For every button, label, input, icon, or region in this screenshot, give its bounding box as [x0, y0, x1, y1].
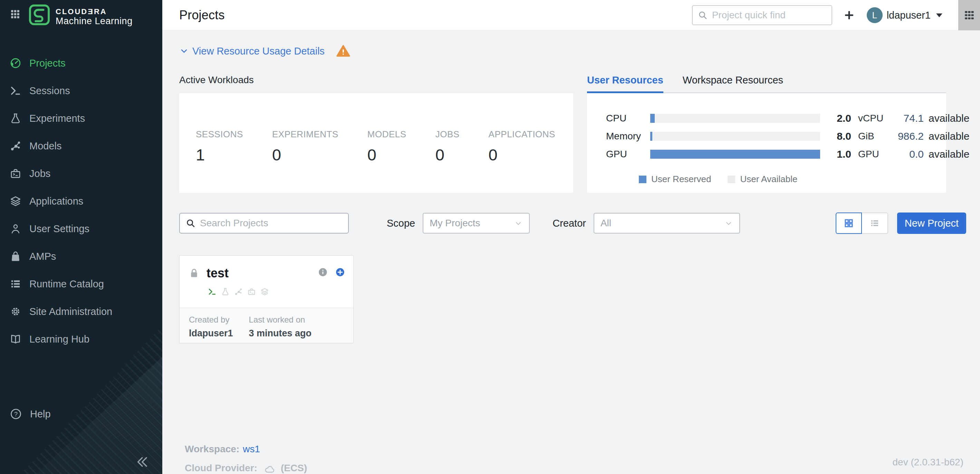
project-title: test [207, 266, 229, 281]
cloud-provider-label: Cloud Provider: [185, 463, 257, 474]
layers-icon[interactable] [260, 287, 269, 296]
resources-card: CPU 2.0 vCPU 74.1 available Memory 8.0 G… [587, 93, 946, 193]
sidebar-item-jobs[interactable]: Jobs [0, 160, 162, 187]
flask-icon [10, 113, 21, 124]
sidebar-item-runtime-catalog[interactable]: Runtime Catalog [0, 270, 162, 298]
project-actions [318, 267, 345, 277]
terminal-icon[interactable] [208, 287, 216, 296]
resources-tabs: User Resources Workspace Resources [587, 75, 946, 93]
search-icon [698, 10, 708, 21]
project-card-top: test [180, 256, 353, 308]
stat-models: MODELS 0 [368, 129, 406, 164]
creator-select[interactable]: All [593, 213, 740, 233]
sidebar-item-experiments[interactable]: Experiments [0, 105, 162, 132]
gpu-usage-fill [650, 150, 820, 159]
sidebar-item-label: Runtime Catalog [29, 278, 104, 290]
app-switcher-button[interactable] [958, 0, 980, 30]
project-card-test[interactable]: test Created [179, 255, 353, 343]
brand-row: CLOUDƎRA Machine Learning [0, 0, 162, 30]
app-grid-icon[interactable] [10, 9, 21, 19]
created-by-value: ldapuser1 [189, 328, 233, 339]
active-workloads-panel: Active Workloads SESSIONS 1 EXPERIMENTS … [179, 75, 573, 193]
reserved-value: 2.0 [820, 113, 851, 124]
model-graph-icon[interactable] [234, 287, 243, 296]
stat-value: 1 [196, 145, 243, 164]
sidebar-item-projects[interactable]: Projects [0, 49, 162, 77]
collapse-sidebar-icon[interactable] [135, 455, 149, 469]
main-area: Projects L ldapuser1 View Resource U [162, 0, 980, 474]
content: View Resource Usage Details Active Workl… [162, 30, 980, 474]
flask-icon[interactable] [221, 287, 230, 296]
list-view-button[interactable] [862, 212, 888, 234]
legend-label: User Reserved [651, 174, 711, 185]
add-workload-icon[interactable] [335, 267, 345, 277]
sidebar-item-label: Jobs [29, 168, 51, 179]
sidebar-item-label: Experiments [29, 113, 85, 124]
sidebar-item-help[interactable]: ? Help [10, 408, 51, 420]
new-project-button[interactable]: New Project [897, 212, 966, 234]
list-icon [10, 278, 21, 290]
available-label: available [929, 130, 969, 142]
svg-text:?: ? [14, 411, 18, 418]
available-value: 986.2 [888, 130, 924, 142]
reserved-unit: GPU [858, 149, 888, 160]
layers-icon [10, 195, 21, 207]
sidebar-item-sessions[interactable]: Sessions [0, 77, 162, 105]
terminal-icon [10, 85, 21, 97]
usage-grid: Active Workloads SESSIONS 1 EXPERIMENTS … [179, 75, 966, 193]
reserved-value: 8.0 [820, 130, 851, 142]
sidebar-item-user-settings[interactable]: User Settings [0, 215, 162, 243]
view-resource-usage-link[interactable]: View Resource Usage Details [179, 46, 325, 57]
reserved-unit: vCPU [858, 113, 888, 124]
tab-workspace-resources[interactable]: Workspace Resources [682, 75, 783, 93]
gpu-usage-bar [650, 150, 820, 159]
sidebar-item-applications[interactable]: Applications [0, 187, 162, 215]
stat-value: 0 [272, 145, 339, 164]
sidebar-item-label: Applications [29, 196, 83, 207]
resource-label: Memory [606, 131, 650, 142]
tab-user-resources[interactable]: User Resources [587, 75, 663, 93]
cml-logo-icon[interactable] [29, 4, 50, 25]
sidebar-item-models[interactable]: Models [0, 132, 162, 160]
cloud-provider-value: (ECS) [281, 463, 307, 474]
grid-view-button[interactable] [836, 212, 862, 234]
user-icon [10, 223, 21, 235]
available-label: available [929, 148, 969, 160]
sidebar-item-label: User Settings [29, 223, 89, 235]
toolbox-icon[interactable] [247, 287, 256, 296]
sidebar-item-label: Projects [29, 58, 65, 69]
workspace-link[interactable]: ws1 [243, 444, 260, 455]
sidebar-item-label: Learning Hub [29, 334, 89, 345]
list-view-icon [870, 218, 880, 228]
help-icon: ? [10, 408, 22, 420]
legend-user-available: User Available [727, 174, 797, 185]
creator-label: Creator [552, 218, 586, 229]
shopping-bag-icon [10, 250, 21, 262]
user-menu[interactable]: L ldapuser1 [867, 7, 942, 23]
stat-value: 0 [368, 145, 406, 164]
scope-select[interactable]: My Projects [423, 213, 530, 233]
search-projects-input[interactable] [200, 218, 342, 229]
warning-icon[interactable] [336, 44, 351, 58]
brand-name: CLOUDƎRA [56, 8, 133, 16]
speedometer-icon [10, 57, 21, 69]
usage-link-label: View Resource Usage Details [192, 46, 325, 57]
quick-find-input[interactable] [712, 10, 827, 21]
stat-value: 0 [436, 145, 460, 164]
grid-view-icon [843, 218, 854, 228]
sidebar-item-site-administration[interactable]: Site Administration [0, 298, 162, 325]
sidebar-item-learning-hub[interactable]: Learning Hub [0, 325, 162, 353]
available-value: 0.0 [888, 148, 924, 160]
info-icon[interactable] [318, 267, 328, 277]
topbar-right: L ldapuser1 [692, 0, 980, 30]
sidebar-item-amps[interactable]: AMPs [0, 243, 162, 270]
brand-text[interactable]: CLOUDƎRA Machine Learning [56, 4, 133, 27]
cloud-provider-line: Cloud Provider: (ECS) [185, 461, 307, 474]
chevron-down-icon [936, 13, 942, 17]
cpu-usage-fill [650, 114, 655, 123]
stat-value: 0 [488, 145, 555, 164]
page-title: Projects [179, 8, 225, 22]
search-icon [185, 218, 196, 228]
sidebar-item-label: Models [29, 140, 62, 152]
add-icon[interactable] [843, 10, 855, 21]
